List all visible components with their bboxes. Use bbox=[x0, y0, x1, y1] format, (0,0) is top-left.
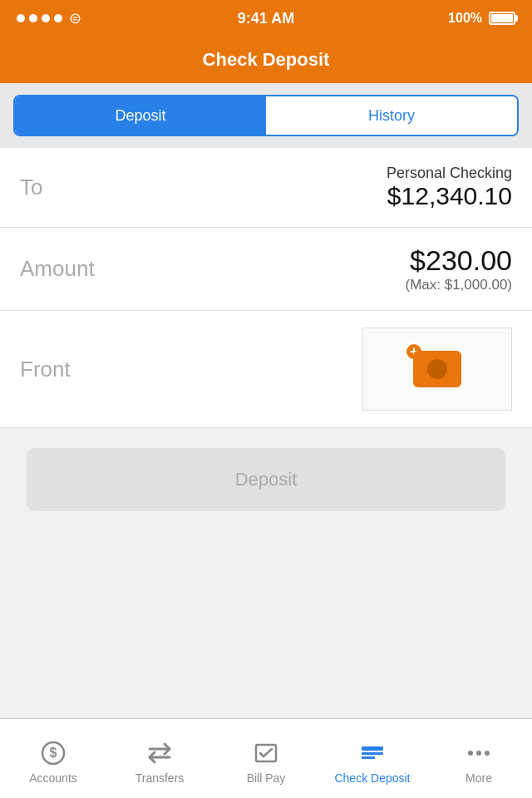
tab-transfers-label: Transfers bbox=[135, 771, 185, 785]
battery-icon-container bbox=[489, 12, 515, 25]
amount-value: $230.00 bbox=[405, 244, 512, 277]
battery-fill bbox=[491, 14, 513, 22]
dot-3 bbox=[42, 14, 50, 22]
checkdeposit-icon bbox=[359, 740, 386, 766]
tab-more[interactable]: More bbox=[426, 719, 532, 798]
nav-header: Check Deposit bbox=[0, 37, 532, 83]
wifi-icon: ⊜ bbox=[69, 9, 81, 27]
dot-1 bbox=[17, 14, 25, 22]
more-icon bbox=[466, 740, 492, 766]
dot-4 bbox=[54, 14, 62, 22]
transfers-icon bbox=[146, 740, 173, 766]
tab-billpay-label: Bill Pay bbox=[247, 771, 286, 785]
tab-accounts[interactable]: $ Accounts bbox=[0, 719, 106, 798]
tab-bar: $ Accounts Transfers Bill Pay Check Depo… bbox=[0, 718, 532, 798]
svg-text:$: $ bbox=[50, 746, 57, 760]
amount-info: $230.00 (Max: $1,000.00) bbox=[405, 244, 512, 293]
svg-point-8 bbox=[468, 751, 473, 756]
segment-history-button[interactable]: History bbox=[266, 96, 517, 135]
billpay-icon bbox=[253, 740, 279, 766]
tab-more-label: More bbox=[466, 771, 492, 785]
deposit-submit-button[interactable]: Deposit bbox=[27, 448, 505, 511]
svg-rect-6 bbox=[362, 752, 383, 755]
to-row[interactable]: To Personal Checking $12,340.10 bbox=[0, 148, 532, 228]
tab-checkdeposit[interactable]: Check Deposit bbox=[319, 719, 426, 798]
amount-row[interactable]: Amount $230.00 (Max: $1,000.00) bbox=[0, 228, 532, 311]
camera-capture-button[interactable]: + bbox=[362, 328, 512, 411]
front-label: Front bbox=[20, 357, 71, 382]
battery-icon bbox=[489, 12, 515, 25]
signal-dots bbox=[17, 14, 62, 22]
camera-icon-wrap: + bbox=[413, 351, 461, 387]
segment-deposit-button[interactable]: Deposit bbox=[15, 96, 266, 135]
nav-title: Check Deposit bbox=[203, 49, 330, 71]
camera-body-icon bbox=[413, 351, 461, 387]
svg-rect-7 bbox=[362, 756, 375, 759]
tab-accounts-label: Accounts bbox=[29, 771, 77, 785]
dot-2 bbox=[29, 14, 37, 22]
battery-area: 100% bbox=[448, 11, 515, 26]
account-balance: $12,340.10 bbox=[387, 182, 512, 210]
account-info: Personal Checking $12,340.10 bbox=[387, 165, 512, 210]
svg-point-9 bbox=[476, 751, 481, 756]
status-bar: ⊜ 9:41 AM 100% bbox=[0, 0, 532, 37]
camera-lens-icon bbox=[427, 359, 447, 379]
deposit-section: Deposit bbox=[0, 428, 532, 531]
battery-percent: 100% bbox=[448, 11, 482, 26]
tab-checkdeposit-label: Check Deposit bbox=[334, 771, 410, 785]
tab-billpay[interactable]: Bill Pay bbox=[213, 719, 319, 798]
segment-container: Deposit History bbox=[0, 83, 532, 148]
to-label: To bbox=[20, 175, 42, 200]
account-name: Personal Checking bbox=[387, 165, 512, 182]
form-section: To Personal Checking $12,340.10 Amount $… bbox=[0, 148, 532, 428]
amount-max: (Max: $1,000.00) bbox=[405, 277, 512, 293]
svg-rect-5 bbox=[362, 746, 383, 751]
svg-point-10 bbox=[485, 751, 490, 756]
front-row[interactable]: Front + bbox=[0, 311, 532, 428]
amount-label: Amount bbox=[20, 256, 95, 282]
segment-control: Deposit History bbox=[13, 95, 519, 136]
tab-transfers[interactable]: Transfers bbox=[106, 719, 213, 798]
accounts-icon: $ bbox=[40, 740, 66, 766]
signal-area: ⊜ bbox=[17, 9, 81, 27]
status-time: 9:41 AM bbox=[238, 10, 294, 27]
